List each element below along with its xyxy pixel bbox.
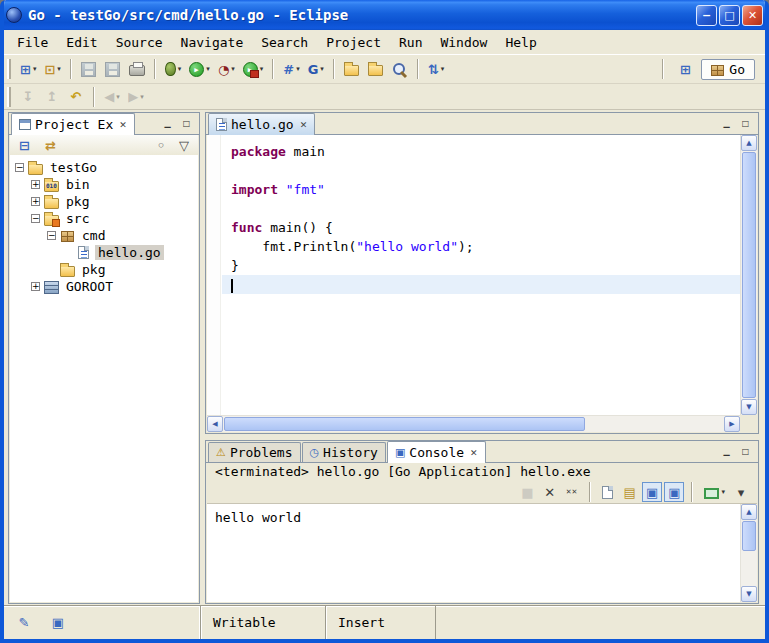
tab-project-explorer[interactable]: Project Ex ✕ — [11, 113, 135, 135]
menu-project[interactable]: Project — [317, 33, 390, 52]
toolbar-grip[interactable] — [7, 87, 12, 107]
remove-launch-button[interactable]: ✕ — [540, 482, 560, 502]
tab-console[interactable]: ▣Console✕ — [387, 441, 486, 463]
remove-all-terminated-button[interactable]: ✕✕ — [562, 482, 582, 502]
fast-view-go-button[interactable]: ▣ — [46, 611, 70, 635]
show-console-on-stderr-button[interactable]: ▣ — [664, 482, 684, 502]
status-cell-insert: Insert — [326, 606, 436, 639]
minimize-window-button[interactable]: − — [696, 5, 717, 26]
scroll-up-button[interactable]: ▲ — [741, 504, 757, 520]
toolbar-grip[interactable] — [7, 59, 12, 79]
last-edit-location-button[interactable]: ↶ — [64, 85, 88, 109]
code-line-3[interactable]: import "fmt" — [222, 180, 740, 199]
menu-navigate[interactable]: Navigate — [172, 33, 253, 52]
close-tab-icon[interactable]: ✕ — [470, 448, 478, 458]
new-button[interactable]: ⊞▾ — [16, 57, 40, 81]
scroll-right-button[interactable]: ▶ — [724, 416, 740, 432]
scrollbar-track[interactable] — [223, 416, 724, 432]
title-bar[interactable]: Go - testGo/src/cmd/hello.go - Eclipse −… — [0, 0, 769, 30]
open-console-button[interactable]: ▾ — [700, 482, 729, 502]
menu-run[interactable]: Run — [390, 33, 431, 52]
code-line-4[interactable] — [222, 199, 740, 218]
menu-window[interactable]: Window — [431, 33, 496, 52]
close-tab-icon[interactable]: ✕ — [119, 120, 127, 130]
console-view-menu-button[interactable]: ▾ — [731, 482, 751, 502]
menu-source[interactable]: Source — [107, 33, 172, 52]
minimize-view-button[interactable]: ▁ — [719, 445, 734, 458]
run-last-launched-button[interactable]: ◔▾ — [214, 57, 239, 81]
tree-item-hello-go[interactable]: hello.go — [10, 244, 198, 261]
clear-console-button[interactable] — [598, 482, 618, 502]
menu-file[interactable]: File — [8, 33, 57, 52]
go-perspective-button[interactable]: Go — [701, 59, 755, 80]
open-resource-button[interactable] — [340, 57, 364, 81]
open-perspective-button[interactable]: ⊞ — [673, 57, 697, 81]
close-tab-icon[interactable]: ✕ — [300, 120, 308, 130]
go-element-button[interactable]: G▾ — [304, 57, 328, 81]
code-line-6[interactable]: fmt.Println("hello world"); — [222, 237, 740, 256]
scrollbar-thumb[interactable] — [742, 521, 756, 551]
view-menu-button[interactable]: ▽ — [175, 136, 193, 154]
close-window-button[interactable]: ✕ — [742, 5, 763, 26]
expand-icon[interactable]: + — [31, 180, 40, 189]
tree-item-bin[interactable]: +bin — [10, 176, 198, 193]
expand-icon[interactable]: + — [31, 197, 40, 206]
minimize-view-button[interactable]: ▁ — [160, 117, 175, 130]
scrollbar-thumb[interactable] — [742, 152, 756, 398]
scroll-left-button[interactable]: ◀ — [207, 416, 223, 432]
collapse-icon[interactable]: − — [47, 231, 56, 240]
tab-hello-go[interactable]: hello.go ✕ — [208, 113, 315, 135]
tree-item-goroot[interactable]: +GOROOT — [10, 278, 198, 295]
show-console-on-stdout-button[interactable]: ▣ — [642, 482, 662, 502]
editor-horizontal-scrollbar[interactable]: ◀ ▶ — [207, 415, 740, 432]
expand-icon[interactable]: + — [31, 282, 40, 291]
new-go-package-button[interactable]: #▾ — [279, 57, 303, 81]
code-line-1[interactable]: package main — [222, 142, 740, 161]
maximize-window-button[interactable]: □ — [719, 5, 740, 26]
tree-item-cmd[interactable]: −cmd — [10, 227, 198, 244]
editor-content[interactable]: package mainimport "fmt"func main() { fm… — [207, 135, 757, 432]
code-line-8[interactable] — [222, 275, 740, 294]
tree-item-pkg[interactable]: pkg — [10, 261, 198, 278]
scrollbar-track[interactable] — [741, 151, 757, 399]
scroll-lock-button[interactable]: ▤ — [620, 482, 640, 502]
print-button[interactable] — [125, 57, 149, 81]
code-line-5[interactable]: func main() { — [222, 218, 740, 237]
maximize-view-button[interactable]: □ — [179, 117, 194, 130]
tab-problems[interactable]: ⚠Problems — [208, 442, 301, 462]
tree-item-pkg[interactable]: +pkg — [10, 193, 198, 210]
scrollbar-track[interactable] — [741, 520, 757, 586]
editor-vertical-scrollbar[interactable]: ▲ ▼ — [740, 135, 757, 415]
console-vertical-scrollbar[interactable]: ▲ ▼ — [740, 504, 757, 602]
minimize-view-button[interactable]: ▁ — [719, 117, 734, 130]
external-tools-button[interactable]: ▾ — [239, 57, 268, 81]
code-line-7[interactable]: } — [222, 256, 740, 275]
search-button[interactable] — [388, 57, 412, 81]
console-output[interactable]: hello world ▲ ▼ — [207, 503, 757, 602]
menu-edit[interactable]: Edit — [57, 33, 106, 52]
run-button[interactable]: ▾ — [185, 57, 214, 81]
maximize-view-button[interactable]: □ — [738, 117, 753, 130]
new-go-element-button[interactable]: ⊡▾ — [40, 57, 64, 81]
menu-help[interactable]: Help — [496, 33, 545, 52]
scrollbar-thumb[interactable] — [224, 417, 585, 431]
code-line-2[interactable] — [222, 161, 740, 180]
menu-search[interactable]: Search — [252, 33, 317, 52]
tab-history[interactable]: ◷History — [302, 442, 386, 462]
open-project-button[interactable] — [364, 57, 388, 81]
link-with-editor-button[interactable]: ⇄ — [41, 136, 60, 154]
scroll-down-button[interactable]: ▼ — [741, 399, 757, 415]
collapse-icon[interactable]: − — [31, 214, 40, 223]
customize-view-button[interactable]: ◦ — [152, 136, 170, 154]
fast-view-pencil-button[interactable]: ✎ — [12, 611, 36, 635]
scroll-up-button[interactable]: ▲ — [741, 135, 757, 151]
tree-item-testgo[interactable]: −testGo — [10, 159, 198, 176]
collapse-all-button[interactable]: ⊟ — [15, 136, 34, 154]
tree-item-src[interactable]: −src — [10, 210, 198, 227]
code-area[interactable]: package mainimport "fmt"func main() { fm… — [222, 135, 740, 415]
scroll-down-button[interactable]: ▼ — [741, 586, 757, 602]
team-sync-button[interactable]: ⇅▾ — [424, 57, 448, 81]
debug-button[interactable]: ▾ — [161, 57, 186, 81]
maximize-view-button[interactable]: □ — [738, 445, 753, 458]
collapse-icon[interactable]: − — [15, 163, 24, 172]
